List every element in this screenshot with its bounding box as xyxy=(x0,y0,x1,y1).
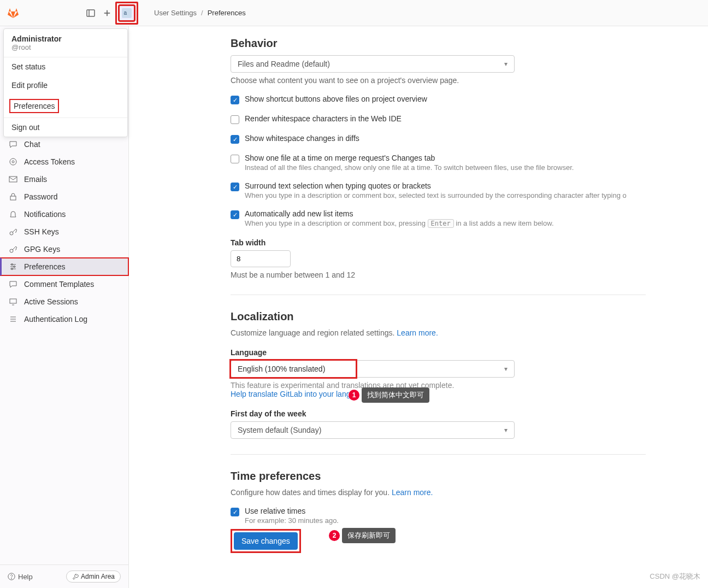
svg-point-6 xyxy=(10,158,16,165)
checkbox-show-whitespace-diffs[interactable]: ✓ xyxy=(231,135,239,144)
breadcrumb-separator: / xyxy=(201,9,203,17)
sidebar-item-label: Access Tokens xyxy=(24,157,75,166)
annotation-badge-1: 1 xyxy=(349,390,359,401)
svg-rect-0 xyxy=(87,10,95,16)
token-icon xyxy=(9,157,17,166)
annotation-1: 1 找到简体中文即可 xyxy=(349,387,429,403)
sidebar-item-chat[interactable]: Chat xyxy=(0,136,128,153)
tab-width-input[interactable] xyxy=(231,250,291,267)
chevron-down-icon: ▾ xyxy=(504,426,508,434)
watermark: CSDN @花晓木 xyxy=(650,572,700,581)
save-changes-button[interactable]: Save changes xyxy=(234,532,298,550)
checkbox-label: Surround text selection when typing quot… xyxy=(245,181,646,190)
bell-icon xyxy=(9,210,17,219)
sidebar-item-label: Comment Templates xyxy=(24,280,94,289)
admin-area-button[interactable]: Admin Area xyxy=(66,571,121,583)
time-desc: Configure how dates and times display fo… xyxy=(231,488,646,497)
menu-edit-profile[interactable]: Edit profile xyxy=(4,76,127,95)
sidebar-item-auth-log[interactable]: Authentication Log xyxy=(0,310,128,328)
checkbox-shortcut-buttons[interactable]: ✓ xyxy=(231,96,239,104)
checkbox-label: Show shortcut buttons above files on pro… xyxy=(245,95,646,103)
breadcrumb-current: Preferences xyxy=(208,9,246,17)
help-translate-link[interactable]: Help translate GitLab into your lang xyxy=(231,390,350,398)
menu-set-status[interactable]: Set status xyxy=(4,57,127,76)
checkbox-label: Show whitespace changes in diffs xyxy=(245,134,646,143)
chat-icon xyxy=(9,140,17,149)
help-link[interactable]: Help xyxy=(8,571,33,583)
svg-rect-8 xyxy=(9,177,17,182)
checkbox-auto-list-items[interactable]: ✓ xyxy=(231,210,239,219)
language-select[interactable]: English (100% translated) ▾ xyxy=(231,360,515,378)
sidebar-item-access-tokens[interactable]: Access Tokens xyxy=(0,153,128,170)
sidebar-item-emails[interactable]: Emails xyxy=(0,170,128,188)
chevron-down-icon: ▾ xyxy=(504,60,508,68)
sidebar-item-notifications[interactable]: Notifications xyxy=(0,205,128,223)
main-content: Behavior Files and Readme (default) ▾ Ch… xyxy=(129,26,708,588)
sidebar-item-label: Password xyxy=(24,192,57,201)
plus-icon[interactable] xyxy=(102,8,113,19)
mail-icon xyxy=(9,175,17,184)
checkbox-label: Automatically add new list items xyxy=(245,209,646,218)
svg-text:a: a xyxy=(123,10,127,16)
sidebar-item-label: GPG Keys xyxy=(24,245,60,254)
checkbox-sublabel: For example: 30 minutes ago. xyxy=(245,516,646,525)
sidebar-item-password[interactable]: Password xyxy=(0,188,128,205)
sidebar-bottom: Help Admin Area xyxy=(0,565,128,588)
topbar: a User Settings / Preferences xyxy=(0,0,708,26)
svg-rect-9 xyxy=(10,196,16,200)
user-dropdown-menu: Administrator @root Set status Edit prof… xyxy=(3,28,128,137)
sidebar-item-label: Authentication Log xyxy=(24,315,87,324)
language-label: Language xyxy=(231,348,646,357)
comment-icon xyxy=(9,280,17,289)
first-day-select[interactable]: System default (Sunday) ▾ xyxy=(231,421,515,439)
checkbox-surround-selection[interactable]: ✓ xyxy=(231,183,239,191)
enter-kbd: Enter xyxy=(428,219,454,228)
sidebar-item-gpg-keys[interactable]: GPG Keys xyxy=(0,240,128,258)
breadcrumb-user-settings[interactable]: User Settings xyxy=(154,9,197,17)
checkbox-label: Use relative times xyxy=(245,507,646,515)
settings-icon xyxy=(9,262,17,271)
checkbox-sublabel: When you type in a description or commen… xyxy=(245,191,646,199)
time-learn-more[interactable]: Learn more. xyxy=(392,488,433,497)
lock-icon xyxy=(9,192,17,201)
localization-learn-more[interactable]: Learn more. xyxy=(397,328,438,337)
menu-sign-out[interactable]: Sign out xyxy=(4,118,127,137)
homepage-select-value: Files and Readme (default) xyxy=(238,60,330,68)
checkbox-one-file[interactable] xyxy=(231,155,239,163)
user-avatar-button[interactable]: a xyxy=(118,4,135,22)
checkbox-relative-times[interactable]: ✓ xyxy=(231,508,239,516)
svg-point-7 xyxy=(12,161,14,163)
sidebar-toggle-icon[interactable] xyxy=(85,8,96,19)
menu-preferences[interactable]: Preferences xyxy=(9,99,59,113)
sidebar-item-ssh-keys[interactable]: SSH Keys xyxy=(0,223,128,240)
help-icon xyxy=(8,573,15,580)
user-menu-header: Administrator @root xyxy=(4,29,127,57)
first-day-label: First day of the week xyxy=(231,409,646,418)
localization-heading: Localization xyxy=(231,310,646,323)
svg-rect-18 xyxy=(10,299,16,303)
wrench-icon xyxy=(72,573,79,580)
sidebar-item-active-sessions[interactable]: Active Sessions xyxy=(0,293,128,310)
language-select-value: English (100% translated) xyxy=(238,364,325,373)
first-day-value: System default (Sunday) xyxy=(238,426,321,434)
annotation-tip-1: 找到简体中文即可 xyxy=(362,387,429,403)
svg-point-24 xyxy=(11,578,12,579)
behavior-heading: Behavior xyxy=(231,37,646,50)
key-icon xyxy=(9,245,17,254)
user-menu-name: Administrator xyxy=(11,34,120,43)
sidebar-item-label: Preferences xyxy=(24,262,65,271)
homepage-select[interactable]: Files and Readme (default) ▾ xyxy=(231,55,515,73)
gitlab-logo-icon[interactable] xyxy=(7,7,20,20)
sidebar-item-preferences[interactable]: Preferences xyxy=(0,258,128,275)
user-menu-handle: @root xyxy=(11,43,120,51)
key-icon xyxy=(9,227,17,236)
sidebar-item-label: Active Sessions xyxy=(24,297,78,306)
annotation-tip-2: 保存刷新即可 xyxy=(342,528,396,543)
homepage-help: Choose what content you want to see on a… xyxy=(231,76,646,85)
checkbox-render-whitespace[interactable] xyxy=(231,115,239,124)
localization-desc: Customize language and region related se… xyxy=(231,328,646,337)
sidebar-item-comment-templates[interactable]: Comment Templates xyxy=(0,275,128,293)
list-icon xyxy=(9,315,17,324)
annotation-badge-2: 2 xyxy=(329,530,340,541)
tab-width-label: Tab width xyxy=(231,238,646,247)
